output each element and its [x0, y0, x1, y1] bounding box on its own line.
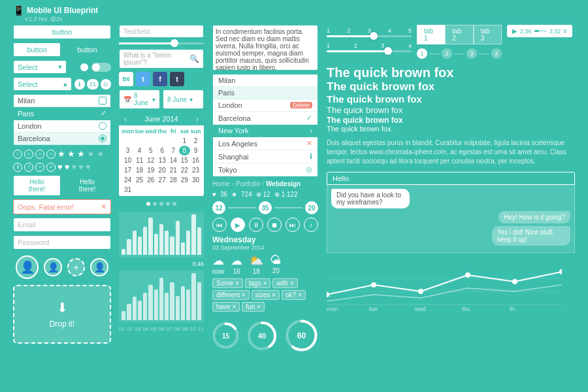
cal-27[interactable]: 27: [157, 175, 168, 185]
step-indicator-3[interactable]: 3: [466, 48, 477, 59]
cal-26[interactable]: 26: [145, 175, 157, 185]
cal-next[interactable]: ›: [196, 115, 199, 123]
select-dropdown-1[interactable]: Select ▾: [13, 60, 67, 74]
tag-some[interactable]: Some ×: [212, 278, 243, 288]
cal-18[interactable]: 18: [134, 165, 145, 175]
hello-btn-2[interactable]: Hello there!: [63, 175, 111, 196]
button-right[interactable]: button: [63, 42, 111, 57]
cal-25[interactable]: 25: [134, 175, 145, 185]
music-btn[interactable]: ♪: [304, 218, 318, 232]
ok-icon[interactable]: ✓: [46, 163, 56, 172]
tab-1[interactable]: tab 1: [417, 25, 445, 44]
list-exp-tokyo[interactable]: Tokyo ◎: [213, 163, 318, 176]
list-exp-paris[interactable]: Paris: [213, 87, 318, 99]
radio-icon-3[interactable]: ○: [35, 150, 44, 159]
close-icon[interactable]: ✕: [101, 203, 106, 211]
tag-with[interactable]: with ×: [272, 278, 297, 288]
tag-different[interactable]: different ×: [212, 290, 250, 300]
cal-22[interactable]: 22: [179, 165, 190, 175]
range-thumb-1[interactable]: [370, 32, 378, 40]
list-icon[interactable]: ≡: [563, 27, 567, 35]
avatar-3[interactable]: +: [67, 258, 86, 276]
button-left[interactable]: button: [13, 42, 61, 57]
range-thumb-2[interactable]: [384, 47, 392, 55]
radio-icon-2[interactable]: ○: [24, 150, 33, 159]
pause-btn[interactable]: ⏸: [249, 218, 263, 232]
delete-btn[interactable]: Delete: [290, 102, 312, 108]
dot-2[interactable]: [153, 202, 157, 206]
cal-16[interactable]: 16: [190, 155, 201, 165]
range-slider-1[interactable]: 12345: [327, 25, 412, 40]
radio-icon-1[interactable]: ○: [13, 150, 22, 159]
password-input[interactable]: Password: [13, 235, 111, 250]
dot-3[interactable]: [159, 202, 163, 206]
list-item-london[interactable]: London: [14, 120, 110, 133]
step-indicator-1[interactable]: 1: [417, 48, 427, 59]
cal-1[interactable]: 1: [179, 136, 190, 146]
email-input[interactable]: Email: [13, 218, 111, 232]
tag-sizes[interactable]: sizes ×: [252, 290, 280, 300]
cal-13[interactable]: 13: [157, 155, 168, 165]
toggle-off[interactable]: [91, 63, 111, 72]
cal-5[interactable]: 5: [145, 146, 157, 155]
breadcrumb-home[interactable]: Home: [212, 180, 230, 188]
cal-2[interactable]: 2: [190, 136, 201, 146]
cal-6[interactable]: 6: [157, 146, 168, 155]
cal-8-today[interactable]: 8: [179, 146, 190, 155]
play-icon[interactable]: ▶: [512, 27, 517, 35]
range-slider-2[interactable]: 1234: [327, 40, 412, 55]
list-item-barcelona[interactable]: Barcelona: [14, 133, 110, 145]
slider-thumb-1[interactable]: [171, 39, 178, 47]
list-exp-barcelona[interactable]: Barcelona ✓: [213, 112, 318, 125]
tumblr-icon[interactable]: t: [170, 72, 184, 86]
list-exp-london[interactable]: London Delete: [213, 99, 318, 112]
dot-4[interactable]: [166, 202, 170, 206]
avatar-2[interactable]: 👤: [44, 258, 62, 276]
cal-17[interactable]: 17: [122, 165, 134, 175]
cal-10[interactable]: 10: [122, 155, 134, 165]
cal-14[interactable]: 14: [168, 155, 179, 165]
cal-19[interactable]: 19: [145, 165, 157, 175]
step-2[interactable]: 35: [259, 201, 272, 214]
search-input[interactable]: What is a "lorem ipsum"? 🔍: [119, 49, 204, 69]
play-btn[interactable]: ▶: [231, 218, 245, 232]
cal-28[interactable]: 28: [168, 175, 179, 185]
cal-12[interactable]: 12: [145, 155, 157, 165]
tab-3[interactable]: tab 3: [474, 25, 502, 44]
cal-29[interactable]: 29: [179, 175, 190, 185]
tab-2[interactable]: tab 2: [445, 25, 473, 44]
close-icon[interactable]: ✕: [306, 139, 312, 148]
cal-24[interactable]: 24: [122, 175, 134, 185]
twitter-icon[interactable]: t: [136, 72, 150, 86]
cal-23[interactable]: 23: [190, 165, 201, 175]
textfield-input[interactable]: Textfield: [119, 25, 204, 38]
cal-11[interactable]: 11: [134, 155, 145, 165]
step-1[interactable]: 12: [212, 201, 225, 214]
facebook-icon[interactable]: f: [153, 72, 167, 86]
dot-5[interactable]: [172, 202, 176, 206]
list-exp-shanghai[interactable]: Shanghai ℹ: [213, 150, 318, 163]
step-indicator-4[interactable]: 4: [491, 48, 502, 59]
slider-1[interactable]: [119, 41, 204, 46]
dot-1[interactable]: [146, 202, 150, 206]
list-exp-losangeles[interactable]: Los Angeles ✕: [213, 137, 318, 150]
cal-prev[interactable]: ‹: [124, 115, 127, 123]
date-picker-2[interactable]: 8 June ▾: [163, 90, 204, 109]
step-3[interactable]: 20: [305, 201, 318, 214]
button-single[interactable]: button: [13, 25, 111, 39]
breadcrumb-portfolio[interactable]: Portfolio: [236, 180, 260, 188]
cal-21[interactable]: 21: [168, 165, 179, 175]
player-progress[interactable]: [534, 30, 547, 32]
avatar-1[interactable]: 👤: [16, 255, 39, 279]
next-btn[interactable]: ⏭: [286, 218, 300, 232]
search-icon[interactable]: 🔍: [189, 54, 199, 63]
avatar-4[interactable]: 👤: [90, 258, 108, 276]
radio-icon-4[interactable]: ○: [46, 150, 56, 159]
alert-icon[interactable]: !: [24, 163, 33, 172]
list-exp-milan[interactable]: Milan: [213, 74, 318, 87]
list-item-paris[interactable]: Paris ✓: [14, 107, 110, 120]
cal-9[interactable]: 9: [190, 146, 201, 155]
tag-ok[interactable]: ok? ×: [282, 290, 306, 300]
date-picker-1[interactable]: 📅 8 June ▾: [119, 90, 160, 109]
prev-btn[interactable]: ⏮: [212, 218, 227, 232]
